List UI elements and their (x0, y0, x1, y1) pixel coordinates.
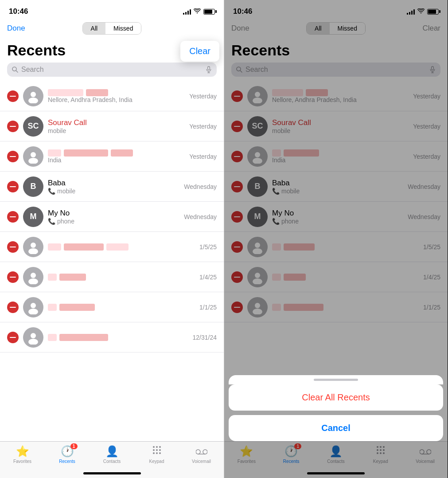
contact-item-9-left[interactable]: 12/31/24 (0, 322, 224, 353)
redacted-name-8b-left (59, 304, 95, 311)
keypad-label-left: Keypad (149, 459, 164, 464)
contacts-icon-left: 👤 (105, 445, 119, 458)
recents-label-left: Recents (59, 459, 75, 464)
favorites-icon-left: ⭐ (16, 445, 29, 458)
done-button-left[interactable]: Done (7, 24, 25, 33)
svg-point-10 (28, 248, 38, 254)
delete-btn-3-left[interactable] (7, 151, 19, 162)
svg-point-12 (28, 278, 38, 284)
svg-point-17 (153, 446, 155, 448)
home-indicator-right (307, 472, 365, 474)
contact-info-5-left: My No 📞phone (48, 209, 180, 225)
contact-item-1-left[interactable]: Nellore, Andhra Pradesh, India Yesterday (0, 81, 224, 111)
clear-all-recents-button[interactable]: Clear All Recents (229, 384, 443, 411)
contact-info-8-left (48, 304, 196, 311)
redacted-name-1b-left (86, 89, 108, 96)
tab-contacts-left[interactable]: 👤 Contacts (90, 445, 134, 464)
svg-point-7 (31, 152, 36, 157)
svg-point-1 (12, 67, 16, 71)
contact-date-8-left: 1/1/25 (196, 304, 217, 311)
contact-date-3-left: Yesterday (186, 153, 217, 160)
tab-keypad-left[interactable]: Keypad (134, 445, 179, 464)
svg-point-15 (31, 333, 36, 338)
cancel-button-right[interactable]: Cancel (229, 415, 443, 441)
delete-btn-7-left[interactable] (7, 271, 19, 283)
clear-popup[interactable]: Clear (180, 41, 219, 62)
avatar-4-left: B (23, 176, 43, 197)
avatar-2-left: SC (23, 116, 43, 137)
tab-missed-left[interactable]: Missed (105, 23, 141, 34)
delete-btn-5-left[interactable] (7, 211, 19, 223)
contact-date-7-left: 1/4/25 (196, 274, 217, 281)
contact-item-5-left[interactable]: M My No 📞phone Wednesday (0, 202, 224, 232)
avatar-8-left (23, 297, 43, 317)
redacted-name-3c-left (111, 149, 133, 157)
avatar-3-left (23, 146, 43, 167)
contact-date-1-left: Yesterday (186, 93, 217, 100)
tab-favorites-left[interactable]: ⭐ Favorites (0, 445, 45, 464)
favorites-label-left: Favorites (13, 459, 31, 464)
svg-point-20 (153, 449, 155, 451)
delete-btn-2-left[interactable] (7, 121, 19, 132)
search-icon-left (12, 66, 19, 73)
delete-btn-1-left[interactable] (7, 90, 19, 102)
status-time-left: 10:46 (9, 7, 28, 16)
tab-all-left[interactable]: All (83, 23, 106, 34)
avatar-1-left (23, 86, 43, 106)
contact-date-4-left: Wednesday (180, 183, 217, 190)
contact-sub-3-left: India (48, 157, 186, 164)
svg-point-8 (28, 158, 38, 164)
voicemail-icon-left (196, 445, 207, 458)
svg-point-13 (31, 303, 36, 308)
redacted-name-3b-left (64, 149, 108, 157)
contact-info-3-left: India (48, 149, 186, 164)
contacts-label-left: Contacts (103, 459, 121, 464)
svg-point-6 (28, 98, 38, 103)
contact-item-2-left[interactable]: SC Sourav Call mobile Yesterday (0, 111, 224, 141)
contact-info-9-left (48, 334, 189, 341)
contact-info-6-left (48, 243, 196, 251)
svg-point-14 (28, 309, 38, 314)
contact-date-9-left: 12/31/24 (189, 334, 217, 341)
contact-name-5-left: My No (48, 209, 70, 217)
redacted-name-8a-left (48, 304, 57, 311)
recents-badge-container-left: 🕐 1 (61, 445, 74, 458)
signal-icon-left (183, 9, 191, 15)
contact-info-1-left: Nellore, Andhra Pradesh, India (48, 89, 186, 103)
phone-icon-4-left: 📞 (48, 188, 55, 195)
svg-point-24 (156, 452, 158, 454)
contact-item-7-left[interactable]: 1/4/25 (0, 262, 224, 292)
clear-popup-label[interactable]: Clear (189, 46, 210, 56)
voicemail-label-left: Voicemail (192, 459, 211, 464)
contact-item-4-left[interactable]: B Baba 📞mobile Wednesday (0, 172, 224, 202)
redacted-name-7a-left (48, 274, 57, 281)
avatar-5-left: M (23, 207, 43, 227)
contact-list-left: Nellore, Andhra Pradesh, India Yesterday… (0, 81, 224, 353)
svg-point-19 (159, 446, 161, 448)
redacted-name-6c-left (106, 243, 129, 251)
contact-item-3-left[interactable]: India Yesterday (0, 141, 224, 172)
tab-voicemail-left[interactable]: Voicemail (179, 445, 224, 464)
contact-name-2-left: Sourav Call (48, 118, 87, 127)
search-input-left[interactable]: Search (21, 66, 203, 74)
recents-badge-left: 1 (70, 443, 78, 449)
delete-btn-4-left[interactable] (7, 181, 19, 192)
svg-point-16 (28, 339, 38, 345)
action-sheet-right: Clear All Recents Cancel (229, 375, 443, 441)
svg-point-23 (153, 452, 155, 454)
contact-item-8-left[interactable]: 1/1/25 (0, 292, 224, 322)
delete-btn-8-left[interactable] (7, 302, 19, 313)
svg-point-0 (197, 12, 198, 13)
avatar-6-left (23, 237, 43, 257)
svg-rect-2 (208, 67, 210, 70)
delete-btn-9-left[interactable] (7, 332, 19, 343)
contact-sub-2-left: mobile (48, 127, 186, 134)
contact-name-4-left: Baba (48, 179, 66, 187)
delete-btn-6-left[interactable] (7, 241, 19, 253)
contact-sub-5-left: 📞phone (48, 218, 180, 225)
nav-bar-left: Done All Missed Clear (0, 20, 224, 39)
svg-point-5 (31, 92, 36, 97)
contact-item-6-left[interactable]: 1/5/25 (0, 232, 224, 262)
tab-recents-left[interactable]: 🕐 1 Recents (45, 445, 90, 464)
search-bar-left[interactable]: Search (7, 63, 217, 77)
